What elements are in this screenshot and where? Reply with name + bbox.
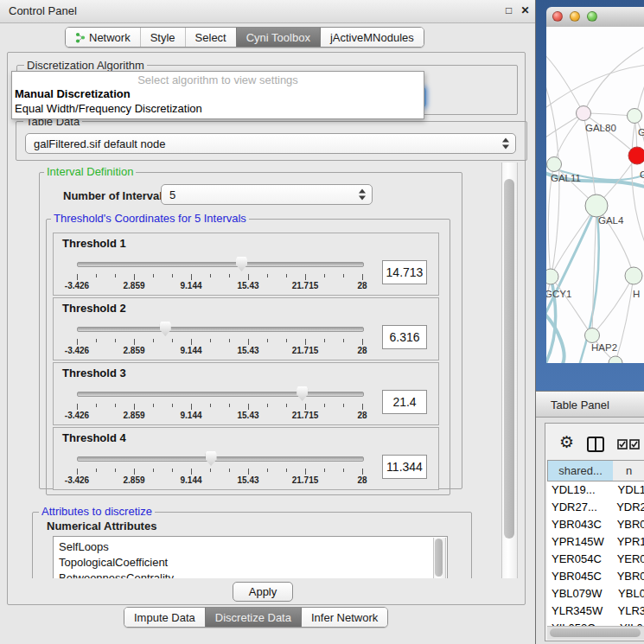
tick-mark xyxy=(96,404,97,407)
slider-track[interactable] xyxy=(77,456,364,462)
threshold-panel-3: Threshold 3-3.4262.8599.14415.4321.71528… xyxy=(53,362,439,425)
table-h-scrollbar-thumb[interactable] xyxy=(550,628,641,637)
tab-impute-data[interactable]: Impute Data xyxy=(124,608,205,627)
threshold-value-field[interactable]: 14.713 xyxy=(382,260,427,284)
number-of-intervals-combo[interactable]: 5 xyxy=(161,184,373,205)
tick-mark xyxy=(229,404,230,407)
network-node-gal11[interactable] xyxy=(547,157,562,172)
settings-scrollbar-thumb[interactable] xyxy=(504,179,514,539)
tick-mark xyxy=(248,339,249,345)
network-canvas[interactable]: GAL80GACGAL11GAL4GCY1HHAP2 xyxy=(546,27,644,363)
numerical-attributes-list[interactable]: SelfLoopsTopologicalCoefficientBetweenne… xyxy=(53,536,448,578)
column-header-shared-name[interactable]: shared... xyxy=(547,460,614,481)
tab-network[interactable]: Network xyxy=(66,28,140,47)
slider-track[interactable] xyxy=(77,262,364,267)
attribute-item-betweennesscentrality[interactable]: BetweennessCentrality xyxy=(54,571,447,578)
combo-stepper[interactable] xyxy=(502,138,509,150)
table-cell-name: YPR1 xyxy=(610,533,644,551)
list-scrollbar-thumb[interactable] xyxy=(435,539,443,577)
settings-scrollbar-track[interactable] xyxy=(501,163,518,578)
table-data-group: Table Data galFiltered.sif default node xyxy=(16,121,527,161)
table-row[interactable]: YBR043CYBR0 xyxy=(547,516,644,533)
tick-mark xyxy=(96,274,97,277)
tick-label: 21.715 xyxy=(292,475,319,485)
tab-select[interactable]: Select xyxy=(185,28,236,47)
mac-close-button[interactable] xyxy=(552,11,563,22)
node-table[interactable]: YDL19...YDL1YDR27...YDR2YBR043CYBR0YPR14… xyxy=(547,481,644,626)
number-of-intervals-label: Number of Intervals xyxy=(63,189,169,202)
list-scrollbar-track[interactable] xyxy=(433,538,446,578)
slider-track[interactable] xyxy=(77,327,364,332)
mac-zoom-button[interactable] xyxy=(587,11,597,22)
threshold-slider[interactable]: -3.4262.8599.14415.4321.71528 xyxy=(54,428,438,489)
tick-label: 2.859 xyxy=(123,346,144,355)
settings-gear-icon[interactable]: ⚙ xyxy=(559,434,574,450)
table-row[interactable]: YLR345WYLR3 xyxy=(547,603,644,620)
threshold-slider[interactable]: -3.4262.8599.14415.4321.71528 xyxy=(54,298,438,360)
tick-mark xyxy=(324,339,325,342)
close-window-button[interactable]: ✕ xyxy=(519,4,532,17)
tick-mark xyxy=(286,469,287,472)
tick-label: 15.43 xyxy=(237,475,258,485)
algorithm-option-manual-discretization[interactable]: Manual Discretization xyxy=(15,87,131,100)
tick-mark xyxy=(115,404,116,407)
select-columns-icon[interactable] xyxy=(617,439,641,450)
table-row[interactable]: YER054CYER0 xyxy=(547,551,644,568)
table-row[interactable]: YDL19...YDL1 xyxy=(547,481,644,499)
table-data-combo[interactable]: galFiltered.sif default node xyxy=(25,133,516,154)
tick-mark xyxy=(286,339,287,342)
algorithm-placeholder-option[interactable]: Select algorithm to view settings xyxy=(12,73,424,86)
attribute-item-topologicalcoefficient[interactable]: TopologicalCoefficient xyxy=(54,555,447,571)
threshold-slider[interactable]: -3.4262.8599.14415.4321.71528 xyxy=(54,233,438,295)
split-view-icon[interactable] xyxy=(587,437,604,452)
slider-thumb[interactable] xyxy=(160,322,171,336)
tab-jactivemnodules[interactable]: jActiveMNodules xyxy=(320,28,424,47)
tick-mark xyxy=(172,469,173,472)
network-node-c[interactable] xyxy=(628,147,644,164)
table-panel-body: ⚙ shared... n YDL19...YDL1YDR27...YDR2YB… xyxy=(545,423,644,641)
network-node-ga[interactable] xyxy=(628,109,642,124)
combo-stepper[interactable] xyxy=(359,189,366,201)
tab-infer-network[interactable]: Infer Network xyxy=(301,608,387,627)
slider-thumb[interactable] xyxy=(206,451,217,466)
control-panel-titlebar: Control Panel □ ✕ xyxy=(0,0,535,23)
tick-mark xyxy=(305,274,306,280)
discretization-algorithm-group-label: Discretization Algorithm xyxy=(24,60,147,72)
tab-style[interactable]: Style xyxy=(140,28,185,47)
mac-minimize-button[interactable] xyxy=(570,11,580,22)
threshold-value-field[interactable]: 21.4 xyxy=(382,390,427,414)
network-node-gcy1[interactable] xyxy=(546,269,558,284)
table-h-scrollbar-track[interactable] xyxy=(547,626,644,640)
network-node-gal80[interactable] xyxy=(577,106,591,121)
table-panel-titlebar: Table Panel xyxy=(536,391,644,418)
attribute-item-selfloops[interactable]: SelfLoops xyxy=(54,537,447,555)
slider-thumb[interactable] xyxy=(296,386,308,401)
float-window-button[interactable]: □ xyxy=(502,4,515,17)
column-header-name[interactable]: n xyxy=(613,460,644,481)
tab-cyni-toolbox[interactable]: Cyni Toolbox xyxy=(236,28,320,47)
network-node-h[interactable] xyxy=(625,267,642,284)
table-row[interactable]: YBR045CYBR0 xyxy=(547,568,644,585)
tick-mark xyxy=(248,404,249,410)
table-row[interactable]: YPR145WYPR1 xyxy=(547,533,644,551)
table-row[interactable]: YDR27...YDR2 xyxy=(547,499,644,516)
network-node-hap2[interactable] xyxy=(585,328,600,343)
network-node-gal4[interactable] xyxy=(585,194,608,217)
tick-mark xyxy=(343,339,344,342)
table-row[interactable]: YIL052CYIL0 xyxy=(547,620,644,626)
threshold-slider[interactable]: -3.4262.8599.14415.4321.71528 xyxy=(54,363,438,424)
tick-mark xyxy=(134,404,135,410)
slider-thumb[interactable] xyxy=(236,257,247,271)
threshold-value-field[interactable]: 6.316 xyxy=(382,325,427,349)
threshold-value-field[interactable]: 11.344 xyxy=(382,455,427,479)
table-row[interactable]: YBL079WYBL0 xyxy=(547,585,644,603)
apply-button[interactable]: Apply xyxy=(233,582,293,602)
slider-track[interactable] xyxy=(77,392,364,397)
tab-discretize-data[interactable]: Discretize Data xyxy=(205,608,301,627)
screen: Control Panel □ ✕ NetworkStyleSelectCyni… xyxy=(0,0,644,644)
tick-mark xyxy=(134,469,135,475)
node-label: C xyxy=(640,169,644,180)
algorithm-option-equal-width-frequency-discretization[interactable]: Equal Width/Frequency Discretization xyxy=(15,102,202,115)
tab-label: Impute Data xyxy=(134,611,195,624)
tick-label: 9.144 xyxy=(180,281,201,290)
